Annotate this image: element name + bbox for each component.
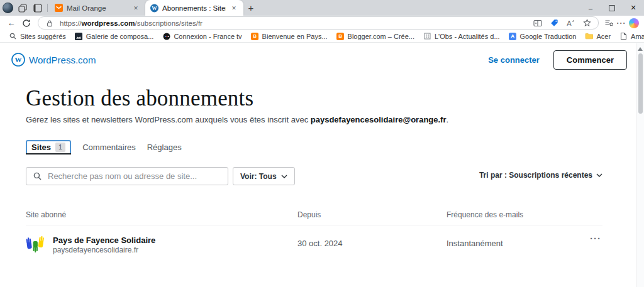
- tab-reglages[interactable]: Réglages: [147, 143, 182, 152]
- bookmark-label: Galerie de composa...: [86, 33, 154, 40]
- tab-close-icon[interactable]: ✕: [230, 4, 238, 13]
- bookmark-france-tv[interactable]: Connexion - France tv: [158, 32, 245, 40]
- svg-text:A: A: [567, 19, 572, 27]
- mail-orange-favicon-icon: [55, 4, 63, 12]
- bookmark-blogger[interactable]: B Blogger.com – Crée...: [333, 32, 418, 40]
- favorites-list-icon[interactable]: [602, 18, 615, 28]
- bookmark-galerie[interactable]: Galerie de composa...: [71, 32, 158, 40]
- copilot-logo: [629, 18, 639, 28]
- subscriptions-main: Gestion des abonnements Gérez les sites …: [26, 43, 602, 287]
- blogger-letter: B: [251, 33, 258, 40]
- search-input[interactable]: [47, 171, 221, 181]
- wordpress-logo-icon: W: [11, 53, 25, 67]
- sort-dropdown[interactable]: Tri par : Souscriptions récentes: [479, 171, 602, 180]
- bookmark-label: Google Traduction: [520, 33, 577, 40]
- shopping-tag-icon[interactable]: [548, 18, 560, 28]
- site-favicon-hands-icon: [26, 234, 45, 253]
- column-header-site: Site abonné: [26, 210, 66, 219]
- subscriber-email: paysdefayencesolidaire@orange.fr: [311, 115, 447, 124]
- wordpress-favicon-icon: W: [150, 4, 158, 12]
- vertical-tabs-icon[interactable]: [30, 1, 45, 16]
- gallery-icon: [75, 32, 83, 40]
- browser-tab-strip: Mail Orange ✕ W Abonnements : Sites — Wo…: [0, 0, 644, 16]
- address-bar[interactable]: https://wordpress.com/subscriptions/site…: [38, 16, 599, 30]
- page-subtitle: Gérez les sites et newsletters WordPress…: [26, 115, 448, 124]
- list-controls: Voir: Tous Tri par : Souscriptions récen…: [26, 167, 602, 187]
- window-maximize-button[interactable]: [601, 0, 623, 16]
- settings-menu-icon[interactable]: ···: [615, 18, 628, 28]
- since-value: 30 oct. 2024: [297, 239, 343, 248]
- site-name[interactable]: Pays de Fayence Solidaire: [53, 236, 155, 245]
- blogger-icon: B: [336, 32, 345, 40]
- grid-icon: [423, 32, 431, 40]
- workspaces-icon[interactable]: [15, 1, 30, 16]
- profile-avatar-icon: [3, 3, 13, 13]
- bookmark-label: L'Obs - Actualités d...: [435, 33, 500, 40]
- page-content: W WordPress.com Se connecter Commencer G…: [0, 43, 636, 287]
- back-button[interactable]: ←: [4, 17, 19, 30]
- section-tabs: Sites 1 Commentaires Réglages: [26, 139, 182, 155]
- url-domain: wordpress.com: [82, 19, 135, 27]
- column-header-frequency: Fréquence des e-mails: [447, 210, 523, 219]
- page-title: Gestion des abonnements: [26, 86, 253, 111]
- row-menu-ellipsis[interactable]: ···: [590, 233, 601, 244]
- bookmark-label: Sites suggérés: [20, 33, 66, 40]
- tab-mail-orange[interactable]: Mail Orange ✕: [50, 0, 145, 16]
- scrollbar-up-arrow-icon[interactable]: [638, 47, 643, 51]
- bookmark-lobs[interactable]: L'Obs - Actualités d...: [419, 32, 504, 40]
- bookmark-label: Acer: [596, 33, 611, 40]
- table-row[interactable]: Pays de Fayence Solidaire paysdefayences…: [26, 225, 602, 262]
- url-text: https://wordpress.com/subscriptions/site…: [60, 19, 528, 27]
- svg-text:W: W: [152, 5, 157, 11]
- translate-letter: A: [509, 33, 516, 40]
- chevron-down-icon: [596, 173, 602, 177]
- favorite-star-icon[interactable]: [580, 18, 593, 28]
- new-tab-button[interactable]: +: [243, 3, 258, 13]
- search-icon: [9, 32, 17, 40]
- bookmarks-bar: Sites suggérés Galerie de composa... Con…: [0, 30, 644, 43]
- browser-toolbar: ← https://wordpress.com/subscriptions/si…: [0, 16, 644, 30]
- window-close-button[interactable]: ✕: [623, 0, 644, 16]
- svg-text:W: W: [15, 56, 22, 63]
- bookmark-google-traduction[interactable]: A Google Traduction: [505, 32, 580, 40]
- read-aloud-icon[interactable]: A: [564, 18, 577, 28]
- bookmark-bienvenue[interactable]: B Bienvenue en Pays...: [247, 32, 331, 40]
- bookmark-label: Amazon: [631, 33, 644, 40]
- window-minimize-button[interactable]: –: [580, 0, 601, 16]
- tab-sites-count-badge: 1: [55, 143, 65, 152]
- chevron-down-icon: [281, 175, 287, 178]
- translate-icon: A: [509, 32, 517, 40]
- france-tv-icon: [162, 32, 170, 40]
- view-filter-label: Voir: Tous: [240, 172, 277, 181]
- scrollbar-thumb[interactable]: [638, 53, 643, 114]
- tab-commentaires[interactable]: Commentaires: [82, 143, 136, 152]
- refresh-button[interactable]: [19, 17, 34, 30]
- profile-avatar[interactable]: [0, 1, 15, 16]
- tab-sites[interactable]: Sites 1: [26, 140, 71, 154]
- maximize-icon: [609, 5, 615, 11]
- bookmark-label: Connexion - France tv: [174, 33, 242, 40]
- column-header-since: Depuis: [297, 210, 321, 219]
- page-icon: [619, 32, 628, 40]
- search-icon: [33, 172, 42, 180]
- tab-separator: [47, 4, 48, 12]
- blogger-icon: B: [251, 32, 259, 40]
- tab-sites-label: Sites: [31, 143, 51, 152]
- tab-close-icon[interactable]: ✕: [131, 4, 140, 13]
- tab-label: Mail Orange: [67, 4, 128, 12]
- tab-wordpress-active[interactable]: W Abonnements : Sites — WordPres ✕: [145, 0, 243, 16]
- split-screen-icon[interactable]: [531, 18, 544, 28]
- view-filter-dropdown[interactable]: Voir: Tous: [233, 167, 295, 185]
- bookmark-folder-acer[interactable]: Acer: [581, 32, 614, 40]
- folder-icon: [585, 32, 593, 40]
- bookmark-label: Bienvenue en Pays...: [262, 33, 328, 40]
- site-search-box[interactable]: [26, 167, 228, 185]
- bookmark-amazon[interactable]: Amazon: [616, 32, 644, 40]
- site-url: paysdefayencesolidaire.fr: [53, 246, 138, 254]
- frequency-value: Instantanément: [447, 239, 503, 248]
- page-scrollbar[interactable]: [636, 43, 644, 287]
- lock-icon[interactable]: [43, 18, 56, 28]
- copilot-icon[interactable]: [628, 18, 640, 28]
- sort-label: Tri par : Souscriptions récentes: [479, 171, 592, 180]
- bookmark-sites-suggeres[interactable]: Sites suggérés: [5, 32, 70, 40]
